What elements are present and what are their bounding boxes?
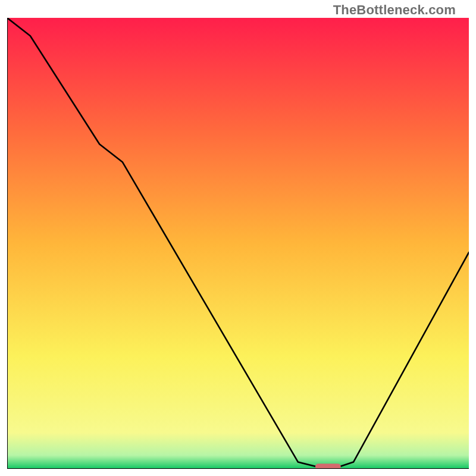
bottleneck-chart: [7, 18, 469, 469]
highlight-marker: [315, 464, 341, 469]
gradient-background: [7, 18, 469, 469]
chart-container: TheBottleneck.com: [0, 0, 476, 476]
watermark-text: TheBottleneck.com: [333, 2, 456, 18]
plot-area: [7, 18, 469, 469]
